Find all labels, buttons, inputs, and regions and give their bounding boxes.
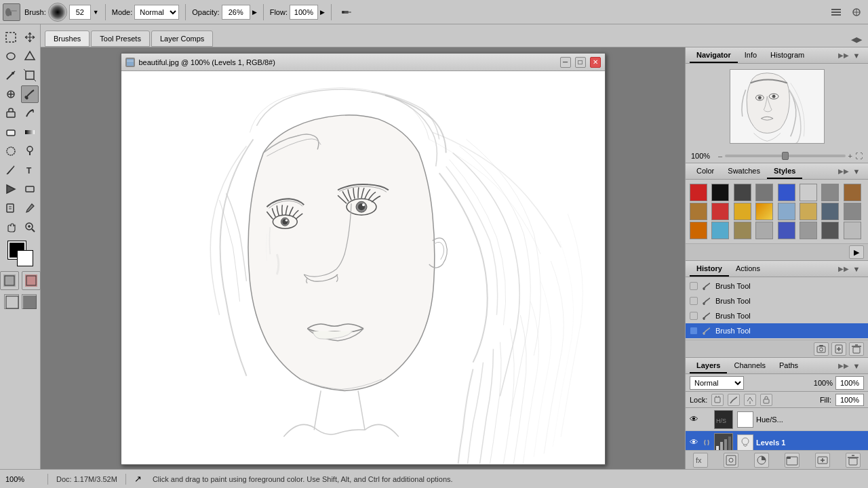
actions-tab[interactable]: Actions [729, 262, 767, 277]
style-swatch-3[interactable] [755, 184, 773, 201]
screen-mode-standard[interactable] [4, 294, 19, 309]
layer-mask-thumb-levels1[interactable] [737, 434, 753, 451]
opacity-arrow[interactable]: ▶ [252, 9, 257, 16]
notes-tool[interactable] [2, 199, 20, 217]
history-source-2[interactable] [690, 312, 698, 320]
layer-item-hue-sat[interactable]: 👁 H/S Hue/S... [686, 408, 868, 431]
layer-visibility-hue-sat[interactable]: 👁 [688, 414, 699, 425]
blur-tool[interactable] [2, 142, 20, 160]
gradient-tool[interactable] [21, 123, 39, 141]
nav-slider-thumb[interactable] [782, 152, 789, 160]
brushes-tab[interactable]: Brushes [45, 30, 90, 47]
styles-collapse-btn[interactable]: ▼ [849, 164, 864, 179]
nav-zoom-slider[interactable] [725, 155, 845, 157]
lasso-tool[interactable] [2, 47, 20, 65]
clone-stamp-tool[interactable] [2, 104, 20, 122]
style-swatch-18[interactable] [734, 222, 751, 239]
create-snapshot-btn[interactable] [814, 342, 829, 356]
style-swatch-15[interactable] [844, 203, 861, 220]
minimize-btn[interactable]: ─ [560, 57, 571, 68]
panel-toggle-btn[interactable] [827, 3, 845, 21]
quick-mask-btn[interactable] [22, 271, 41, 290]
healing-brush-tool[interactable] [2, 85, 20, 103]
opacity-input[interactable] [222, 5, 250, 20]
pen-tool[interactable] [2, 161, 20, 179]
histogram-tab[interactable]: Histogram [764, 48, 811, 63]
brush-preview[interactable] [48, 3, 67, 22]
history-item-3[interactable]: Brush Tool [686, 323, 868, 338]
magic-wand-tool[interactable] [2, 66, 20, 84]
flow-arrow[interactable]: ▶ [320, 9, 325, 16]
layers-expand-btn[interactable]: ▶▶ [838, 362, 849, 369]
style-swatch-0[interactable] [690, 184, 707, 201]
move-tool[interactable] [21, 28, 39, 46]
history-item-2[interactable]: Brush Tool [686, 308, 868, 323]
brush-size-input[interactable]: 52 [69, 5, 91, 20]
style-swatch-20[interactable] [778, 222, 795, 239]
fill-input[interactable] [835, 394, 864, 406]
eyedropper-tool[interactable] [21, 199, 39, 217]
layer-mask-thumb-hue-sat[interactable] [737, 411, 753, 428]
style-swatch-7[interactable] [844, 184, 861, 201]
style-swatch-4[interactable] [778, 184, 795, 201]
zoom-out-icon[interactable]: – [718, 152, 722, 160]
layer-blend-mode-select[interactable]: Normal Multiply Screen Overlay [690, 376, 744, 390]
paths-tab[interactable]: Paths [772, 359, 805, 373]
brush-tool-icon[interactable] [3, 3, 20, 21]
style-swatch-13[interactable] [800, 203, 817, 220]
zoom-in-icon[interactable]: + [848, 152, 852, 160]
history-tab[interactable]: History [690, 262, 729, 277]
add-adjustment-btn[interactable] [754, 453, 769, 468]
lock-position-btn[interactable] [744, 394, 756, 406]
color-tab[interactable]: Color [690, 164, 721, 179]
tool-presets-tab[interactable]: Tool Presets [91, 30, 150, 47]
channels-tab[interactable]: Channels [727, 359, 772, 373]
layers-tab[interactable]: Layers [690, 359, 727, 373]
styles-expand-btn[interactable]: ▶▶ [838, 167, 849, 175]
restore-btn[interactable]: □ [575, 57, 586, 68]
delete-layer-btn[interactable] [846, 453, 861, 468]
swatches-tab[interactable]: Swatches [721, 164, 767, 179]
path-selection-tool[interactable] [2, 180, 20, 198]
brush-tool[interactable] [21, 85, 39, 103]
dodge-tool[interactable] [21, 142, 39, 160]
style-swatch-5[interactable] [800, 184, 817, 201]
crop-tool[interactable] [21, 66, 39, 84]
style-swatch-1[interactable] [711, 184, 729, 201]
lock-transparent-btn[interactable] [711, 394, 724, 406]
airbrush-btn[interactable] [338, 3, 355, 21]
style-swatch-8[interactable] [690, 203, 707, 220]
history-expand-btn[interactable]: ▶▶ [838, 265, 849, 272]
layers-collapse-btn[interactable]: ▼ [849, 359, 864, 373]
style-swatch-14[interactable] [821, 203, 839, 220]
style-swatch-6[interactable] [821, 184, 839, 201]
add-mask-btn[interactable] [724, 453, 738, 468]
style-swatch-22[interactable] [821, 222, 839, 239]
layer-comps-tab[interactable]: Layer Comps [151, 30, 213, 47]
collapse-panel-btn[interactable]: ◀▶ [849, 32, 864, 47]
navigator-tab[interactable]: Navigator [690, 48, 738, 63]
styles-options-btn[interactable]: ▶ [849, 245, 864, 259]
style-swatch-16[interactable] [690, 222, 707, 239]
history-brush-tool[interactable] [21, 104, 39, 122]
delete-history-btn[interactable] [849, 342, 864, 356]
eraser-tool[interactable] [2, 123, 20, 141]
history-collapse-btn[interactable]: ▼ [849, 262, 864, 277]
nav-thumbnail[interactable] [730, 69, 825, 144]
lock-image-btn[interactable] [728, 394, 740, 406]
history-source-1[interactable] [690, 297, 698, 305]
mode-select[interactable]: Normal Multiply Screen [134, 5, 179, 20]
styles-tab[interactable]: Styles [767, 164, 802, 179]
layer-opacity-input[interactable] [835, 376, 864, 390]
lock-all-btn[interactable] [760, 394, 772, 406]
standard-mode-btn[interactable] [0, 271, 19, 290]
shape-tool[interactable] [21, 180, 39, 198]
screen-mode-full[interactable] [22, 294, 37, 309]
style-swatch-21[interactable] [800, 222, 817, 239]
style-swatch-9[interactable] [711, 203, 729, 220]
layer-visibility-levels1[interactable]: 👁 [688, 437, 699, 448]
style-swatch-23[interactable] [844, 222, 861, 239]
zoom-fit-icon[interactable]: ⛶ [855, 152, 863, 160]
style-swatch-11[interactable] [755, 203, 773, 220]
history-item-0[interactable]: Brush Tool [686, 279, 868, 293]
